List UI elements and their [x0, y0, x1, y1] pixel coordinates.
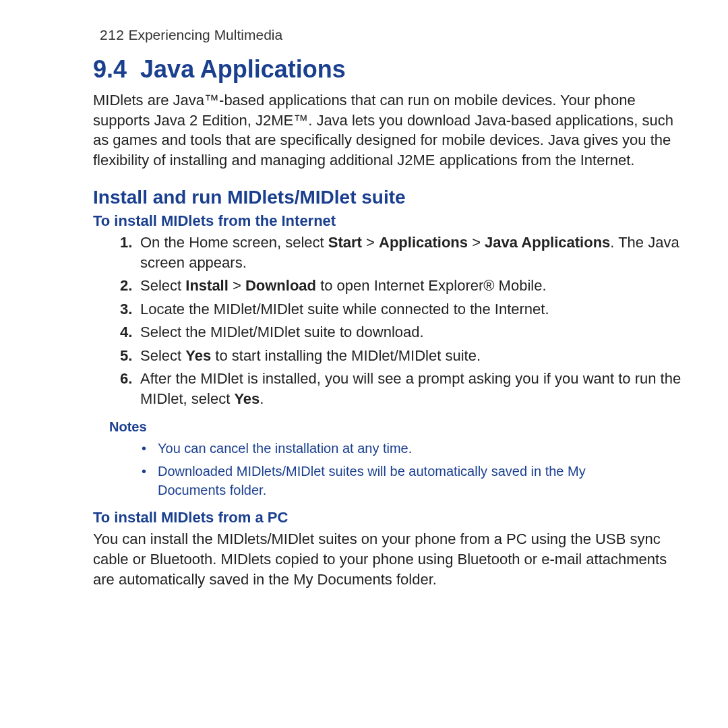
notes-list: You can cancel the installation at any t… — [142, 439, 647, 499]
step-number: 6. — [120, 369, 132, 389]
document-page: 212 Experiencing Multimedia 9.4 Java App… — [0, 0, 728, 617]
ui-path: Download — [245, 277, 316, 294]
procedure-heading-pc: To install MIDlets from a PC — [93, 509, 688, 526]
step-number: 2. — [120, 276, 132, 296]
step-number: 3. — [120, 299, 132, 320]
note-item: You can cancel the installation at any t… — [142, 439, 647, 458]
ui-label: Yes — [185, 347, 211, 364]
step-number: 4. — [120, 322, 132, 342]
ui-label: Yes — [234, 390, 260, 407]
step-text: After the MIDlet is installed, you will … — [140, 370, 681, 407]
step-item: 1. On the Home screen, select Start > Ap… — [120, 233, 688, 274]
step-number: 1. — [120, 233, 132, 253]
step-item: 3. Locate the MIDlet/MIDlet suite while … — [120, 299, 688, 320]
section-title: Java Applications — [140, 55, 346, 83]
step-item: 4. Select the MIDlet/MIDlet suite to dow… — [120, 322, 688, 342]
step-item: 6. After the MIDlet is installed, you wi… — [120, 369, 688, 410]
step-text: Select — [140, 347, 185, 364]
step-number: 5. — [120, 346, 132, 366]
procedure-paragraph-pc: You can install the MIDlets/MIDlet suite… — [93, 529, 688, 590]
step-text: Locate the MIDlet/MIDlet suite while con… — [140, 301, 549, 317]
section-intro: MIDlets are Java™-based applications tha… — [93, 90, 688, 171]
note-item: Downloaded MIDlets/MIDlet suites will be… — [142, 462, 647, 499]
notes-heading: Notes — [109, 419, 688, 435]
steps-list-internet: 1. On the Home screen, select Start > Ap… — [120, 233, 688, 410]
page-number: 212 — [100, 27, 125, 42]
ui-path: Applications — [379, 234, 468, 251]
section-heading: 9.4 Java Applications — [93, 55, 688, 84]
ui-path: Java Applications — [485, 234, 610, 251]
procedure-heading-internet: To install MIDlets from the Internet — [93, 212, 688, 230]
step-text: On the Home screen, select — [140, 234, 328, 251]
step-item: 5. Select Yes to start installing the MI… — [120, 346, 688, 366]
ui-path: Start — [328, 234, 362, 251]
chapter-title: Experiencing Multimedia — [128, 27, 282, 42]
step-text: Select — [140, 277, 185, 294]
step-text: Select the MIDlet/MIDlet suite to downlo… — [140, 324, 424, 340]
subsection-heading: Install and run MIDlets/MIDlet suite — [93, 187, 688, 208]
step-item: 2. Select Install > Download to open Int… — [120, 276, 688, 296]
section-number: 9.4 — [93, 55, 127, 83]
running-header: 212 Experiencing Multimedia — [100, 27, 688, 43]
ui-path: Install — [185, 277, 229, 294]
